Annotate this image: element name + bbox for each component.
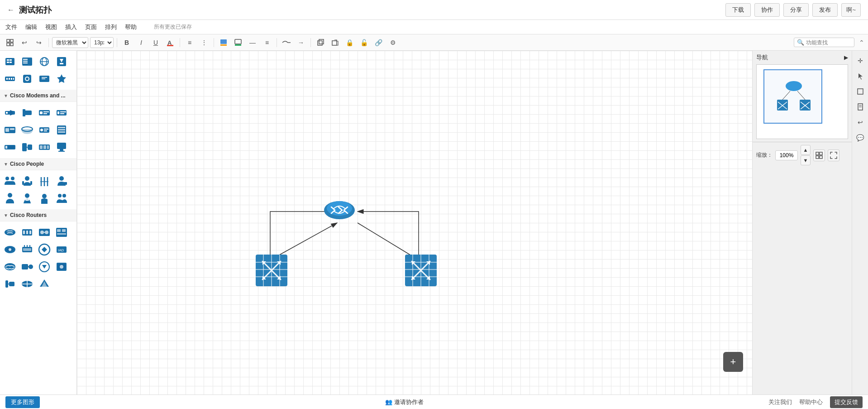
panel-icon-device2[interactable] (19, 71, 35, 87)
section-header-modems[interactable]: ▼ Cisco Modems and ... (0, 90, 76, 102)
search-input[interactable] (806, 39, 851, 46)
right-tool-move[interactable]: ✛ (854, 54, 867, 67)
download-button[interactable]: 下载 (725, 3, 751, 17)
people-icon-4[interactable] (53, 173, 70, 189)
router-icon-1[interactable] (2, 224, 18, 241)
people-icon-6[interactable] (19, 190, 35, 207)
fullscreen-button[interactable] (828, 149, 839, 161)
modem-icon-6[interactable] (19, 122, 35, 138)
resp-button[interactable]: 啊~ (841, 3, 861, 17)
zoom-input[interactable] (775, 150, 798, 160)
bold-button[interactable]: B (120, 37, 133, 48)
section-header-people[interactable]: ▼ Cisco People (0, 158, 76, 170)
router-icon-12[interactable] (53, 259, 70, 275)
router-icon-3[interactable] (36, 224, 52, 241)
people-icon-8[interactable] (53, 190, 70, 207)
modem-icon-2[interactable] (19, 105, 35, 121)
router-node[interactable] (321, 191, 358, 227)
router-icon-6[interactable] (19, 241, 35, 258)
menu-help[interactable]: 帮助 (125, 23, 137, 31)
cooperate-button[interactable]: 协作 (754, 3, 780, 17)
people-icon-5[interactable] (2, 190, 18, 207)
link-button[interactable]: 🔗 (372, 37, 385, 48)
panel-icon-ups[interactable] (2, 53, 18, 70)
redo-button[interactable]: ↪ (33, 37, 45, 48)
font-family-select[interactable]: 微软雅黑 (52, 37, 88, 48)
underline-button[interactable]: U (149, 37, 162, 48)
modem-icon-9[interactable] (2, 139, 18, 155)
panel-icon-server1[interactable] (19, 53, 35, 70)
zoom-fit-button[interactable] (4, 37, 16, 48)
fill-color-button[interactable] (217, 37, 230, 48)
italic-button[interactable]: I (135, 37, 148, 48)
modem-icon-7[interactable] (36, 122, 52, 138)
right-tool-cursor[interactable] (854, 70, 867, 82)
panel-icon-switch-small[interactable] (2, 71, 18, 87)
undo-button[interactable]: ↩ (18, 37, 31, 48)
stroke-color-button[interactable] (232, 37, 244, 48)
add-page-button[interactable]: + (723, 352, 743, 372)
help-center-link[interactable]: 帮助中心 (799, 398, 823, 406)
line-width-button[interactable]: ≡ (261, 37, 273, 48)
more-shapes-button[interactable]: 更多图形 (5, 396, 40, 408)
switch2-node[interactable] (403, 252, 439, 289)
font-color-button[interactable]: A (164, 37, 176, 48)
right-tool-page[interactable] (854, 101, 867, 113)
modem-icon-4[interactable] (53, 105, 70, 121)
back-button[interactable]: ← (7, 6, 14, 14)
section-header-routers[interactable]: ▼ Cisco Routers (0, 209, 76, 221)
unlock-button[interactable]: 🔓 (358, 37, 370, 48)
people-icon-1[interactable] (2, 173, 18, 189)
switch1-node[interactable] (253, 252, 290, 289)
zoom-up-button[interactable]: ▲ (801, 145, 811, 155)
valign-button[interactable]: ⋮ (198, 37, 210, 48)
panel-icon-star[interactable] (53, 71, 70, 87)
share-button[interactable]: 分享 (783, 3, 809, 17)
modem-icon-8[interactable] (53, 122, 70, 138)
router-icon-15[interactable] (36, 276, 52, 292)
menu-page[interactable]: 页面 (85, 23, 97, 31)
feedback-button[interactable]: 提交反馈 (830, 396, 863, 408)
people-icon-3[interactable] (36, 173, 52, 189)
router-icon-4[interactable] (53, 224, 70, 241)
menu-arrange[interactable]: 排列 (105, 23, 117, 31)
modem-icon-5[interactable] (2, 122, 18, 138)
people-icon-2[interactable] (19, 173, 35, 189)
fit-screen-button[interactable] (813, 149, 825, 161)
panel-icon-firewall[interactable] (53, 53, 70, 70)
menu-edit[interactable]: 编辑 (25, 23, 37, 31)
right-tool-shape[interactable] (854, 85, 867, 98)
menu-view[interactable]: 视图 (45, 23, 57, 31)
right-tool-chat[interactable]: 💬 (854, 131, 867, 144)
canvas[interactable] (77, 51, 752, 395)
menu-file[interactable]: 文件 (5, 23, 17, 31)
line-style-button[interactable]: — (246, 37, 259, 48)
copy-style-button[interactable] (314, 37, 327, 48)
invite-button[interactable]: 👥 邀请协作者 (385, 398, 424, 406)
font-size-select[interactable]: 13px (90, 37, 114, 48)
align-button[interactable]: ≡ (183, 37, 196, 48)
zoom-down-button[interactable]: ▼ (801, 155, 811, 165)
right-tool-undo[interactable]: ↩ (854, 116, 867, 129)
modem-icon-3[interactable] (36, 105, 52, 121)
router-icon-13[interactable] (2, 276, 18, 292)
router-icon-11[interactable] (36, 259, 52, 275)
collapse-toolbar-button[interactable]: ⌃ (859, 39, 864, 46)
nav-map[interactable] (756, 64, 848, 139)
router-icon-14[interactable] (19, 276, 35, 292)
modem-icon-11[interactable] (36, 139, 52, 155)
arrow-style-button[interactable]: → (295, 37, 307, 48)
router-icon-5[interactable] (2, 241, 18, 258)
router-icon-7[interactable] (36, 241, 52, 258)
router-icon-iad[interactable]: IAD (53, 241, 70, 258)
connector-style-button[interactable] (280, 37, 293, 48)
menu-insert[interactable]: 插入 (65, 23, 77, 31)
follow-us-link[interactable]: 关注我们 (768, 398, 792, 406)
publish-button[interactable]: 发布 (812, 3, 838, 17)
router-icon-10[interactable] (19, 259, 35, 275)
nav-collapse-icon[interactable]: ▶ (844, 54, 848, 61)
modem-icon-1[interactable] (2, 105, 18, 121)
panel-icon-device3[interactable] (36, 71, 52, 87)
modem-icon-10[interactable] (19, 139, 35, 155)
router-icon-9[interactable] (2, 259, 18, 275)
